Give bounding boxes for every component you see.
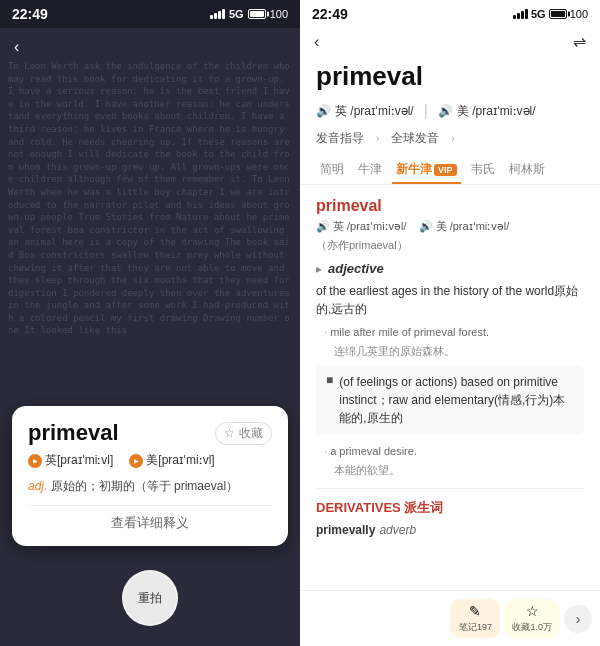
definition-text: 原始的；初期的（等于 primaeval）: [51, 479, 238, 493]
right-battery-icon: [549, 9, 567, 19]
signal-icon: [210, 9, 225, 19]
right-bottom-toolbar: ✎ 笔记197 ☆ 收藏1.0万 ›: [300, 590, 600, 646]
pos-section: ▸ adjective: [316, 261, 584, 276]
right-us-play-icon[interactable]: 🔊: [438, 104, 453, 118]
phonetic-divider: |: [424, 102, 428, 120]
battery-icon: [248, 9, 266, 19]
example-2: a primeval desire. 本能的欲望。: [316, 443, 584, 478]
entry-phonetics-row: 🔊 英 /praɪˈmiːvəl/ 🔊 美 /praɪˈmiːvəl/: [316, 219, 584, 234]
dict-phonetics: ▶ 英[praɪˈmiːvl] ▶ 美[praɪˈmiːvl]: [28, 452, 272, 469]
right-uk-phonetic-text: 英 /praɪˈmiːvəl/: [335, 103, 414, 120]
sub-definition-block: ■ (of feelings or actions) based on prim…: [316, 365, 584, 435]
guide-arrow-icon: ›: [376, 133, 379, 144]
definition-main: of the earliest ages in the history of t…: [316, 282, 584, 318]
right-top-bar: ‹ ⇌: [300, 28, 600, 59]
example-1: mile after mile of primeval forest. 连绵几英…: [316, 324, 584, 359]
dict-card-header: primeval ☆ 收藏: [28, 420, 272, 446]
collect-label: 收藏: [239, 425, 263, 442]
left-status-right: 5G 100: [210, 8, 288, 20]
left-back-button[interactable]: ‹: [14, 38, 19, 56]
entry-also: （亦作primaeval）: [316, 238, 584, 253]
global-arrow-icon: ›: [451, 133, 454, 144]
collect-label-toolbar: 收藏1.0万: [512, 621, 552, 634]
right-content: primeval 🔊 英 /praɪˈmiːvəl/ 🔊 美 /praɪˈmiː…: [300, 185, 600, 646]
entry-uk-play-icon[interactable]: 🔊: [316, 220, 330, 233]
uk-phonetic-text: 英[praɪˈmiːvl]: [45, 452, 113, 469]
entry-uk-text: 英 /praɪˈmiːvəl/: [333, 219, 407, 234]
tab-kolins[interactable]: 柯林斯: [505, 155, 549, 184]
derivative-1-word: primevally: [316, 523, 375, 537]
next-arrow-icon: ›: [576, 611, 581, 627]
right-back-button[interactable]: ‹: [314, 33, 319, 51]
right-status-bar: 22:49 5G 100: [300, 0, 600, 28]
star-icon: ☆: [224, 426, 235, 440]
pronunciation-guide-link[interactable]: 发音指导: [316, 130, 364, 147]
derivatives-title: DERIVATIVES 派生词: [316, 499, 584, 517]
example-1-en: mile after mile of primeval forest.: [324, 324, 584, 341]
dictionary-card: primeval ☆ 收藏 ▶ 英[praɪˈmiːvl] ▶ 美[praɪˈm…: [12, 406, 288, 546]
right-panel: 22:49 5G 100 ‹ ⇌ primeval 🔊 英 /praɪˈmiːv…: [300, 0, 600, 646]
left-status-bar: 22:49 5G 100: [0, 0, 300, 28]
star-icon-toolbar: ☆: [526, 603, 539, 619]
left-background: To Leon Werth ask the indulgence of the …: [0, 0, 300, 646]
example-2-en: a primeval desire.: [324, 443, 584, 460]
notes-label: 笔记197: [459, 621, 492, 634]
entry-word: primeval: [316, 197, 584, 215]
camera-button-area: 重拍: [122, 570, 178, 626]
tab-weishi[interactable]: 韦氏: [467, 155, 499, 184]
retake-button[interactable]: 重拍: [122, 570, 178, 626]
right-status-right: 5G 100: [513, 8, 588, 20]
us-phonetic[interactable]: ▶ 美[praɪˈmiːvl]: [129, 452, 214, 469]
detail-link-text: 查看详细释义: [111, 515, 189, 530]
square-marker-icon: ■: [326, 373, 333, 387]
right-time: 22:49: [312, 6, 348, 22]
retake-label: 重拍: [138, 590, 162, 607]
uk-play-button[interactable]: ▶: [28, 454, 42, 468]
next-arrow-button[interactable]: ›: [564, 605, 592, 633]
entry-us-text: 美 /praɪˈmiːvəl/: [436, 219, 510, 234]
example-1-cn: 连绵几英里的原始森林。: [324, 343, 584, 360]
network-label: 5G: [229, 8, 244, 20]
us-phonetic-text: 美[praɪˈmiːvl]: [146, 452, 214, 469]
collect-button[interactable]: ☆ 收藏: [215, 422, 272, 445]
detail-link[interactable]: 查看详细释义: [28, 505, 272, 532]
entry-uk-phonetic[interactable]: 🔊 英 /praɪˈmiːvəl/: [316, 219, 407, 234]
derivatives-section: DERIVATIVES 派生词 primevally adverb: [316, 488, 584, 537]
right-uk-phonetic[interactable]: 🔊 英 /praɪˈmiːvəl/: [316, 103, 414, 120]
battery-label: 100: [270, 8, 288, 20]
right-uk-play-icon[interactable]: 🔊: [316, 104, 331, 118]
dictionary-tabs: 简明 牛津 新牛津VIP 韦氏 柯林斯: [300, 155, 600, 185]
sub-def-text: (of feelings or actions) based on primit…: [339, 373, 574, 427]
us-play-button[interactable]: ▶: [129, 454, 143, 468]
right-us-phonetic-text: 美 /praɪˈmiːvəl/: [457, 103, 536, 120]
right-us-phonetic[interactable]: 🔊 美 /praɪˈmiːvəl/: [438, 103, 536, 120]
derivative-1-pos: adverb: [379, 523, 416, 537]
example-2-cn: 本能的欲望。: [324, 462, 584, 479]
collect-button-toolbar[interactable]: ☆ 收藏1.0万: [504, 599, 560, 638]
right-settings-button[interactable]: ⇌: [573, 32, 586, 51]
tab-niujin[interactable]: 牛津: [354, 155, 386, 184]
derivative-1: primevally adverb: [316, 523, 584, 537]
left-time: 22:49: [12, 6, 48, 22]
dict-definition: adj. 原始的；初期的（等于 primaeval）: [28, 477, 272, 495]
notes-icon: ✎: [469, 603, 481, 619]
sub-def-content: ■ (of feelings or actions) based on prim…: [326, 373, 574, 427]
dict-card-word: primeval: [28, 420, 119, 446]
vip-badge: VIP: [434, 164, 457, 176]
right-battery-label: 100: [570, 8, 588, 20]
pos-label: adjective: [328, 261, 384, 276]
tab-xinniujin[interactable]: 新牛津VIP: [392, 155, 461, 184]
uk-phonetic[interactable]: ▶ 英[praɪˈmiːvl]: [28, 452, 113, 469]
entry-us-phonetic[interactable]: 🔊 美 /praɪˈmiːvəl/: [419, 219, 510, 234]
background-text: To Leon Werth ask the indulgence of the …: [0, 0, 300, 646]
tab-jianming[interactable]: 简明: [316, 155, 348, 184]
global-pronunciation-link[interactable]: 全球发音: [391, 130, 439, 147]
right-network-label: 5G: [531, 8, 546, 20]
entry-us-play-icon[interactable]: 🔊: [419, 220, 433, 233]
left-panel: To Leon Werth ask the indulgence of the …: [0, 0, 300, 646]
notes-button[interactable]: ✎ 笔记197: [450, 599, 500, 638]
pos-label: adj.: [28, 479, 47, 493]
right-phonetics-row: 🔊 英 /praɪˈmiːvəl/ | 🔊 美 /praɪˈmiːvəl/: [300, 100, 600, 128]
bullet-arrow-icon: ▸: [316, 262, 322, 276]
right-signal-icon: [513, 9, 528, 19]
